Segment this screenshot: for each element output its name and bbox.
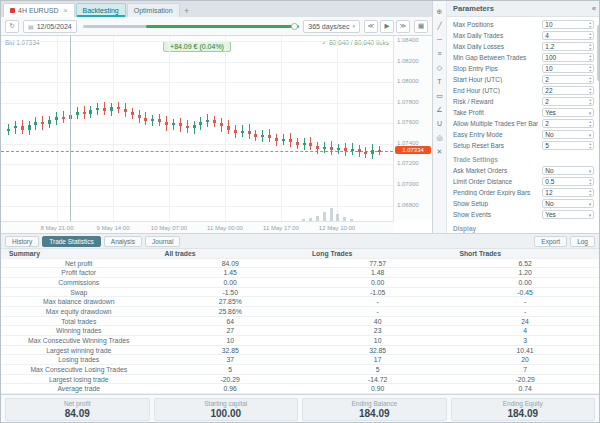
parameter-stepper[interactable]: 1.2▴▾ [542,42,594,51]
restart-button[interactable]: ↻ [5,20,19,33]
price-tick-label: 1.07800 [397,99,419,105]
candle [364,152,367,154]
tab-4h-eurusd[interactable]: 4H EURUSD× [3,3,75,17]
stepper-down-icon[interactable]: ▾ [589,146,591,150]
text-tool-icon[interactable]: T [434,76,445,87]
stepper-down-icon[interactable]: ▾ [589,25,591,29]
table-cell: 17 [304,356,451,363]
crosshair-icon[interactable]: ⊕ [434,6,445,17]
step-back-button[interactable]: ≪ [364,20,378,33]
parameter-row: Start Hour (UTC)2▴▾ [453,74,594,85]
step-forward-button[interactable]: ≫ [396,20,410,33]
rectangle-icon[interactable]: ▭ [434,90,445,101]
shapes-icon[interactable]: ◇ [434,62,445,73]
parameter-stepper[interactable]: 5▴▾ [542,141,594,150]
results-button-export[interactable]: Export [534,236,567,247]
stepper-down-icon[interactable]: ▾ [589,193,591,197]
chart-area[interactable]: Bid 1.07334 ✓ 80,640 / 80,640 ticks +84.… [1,36,432,233]
results-button-log[interactable]: Log [570,236,595,247]
parameter-stepper[interactable]: 4▴▾ [542,31,594,40]
chart-plot[interactable]: Bid 1.07334 ✓ 80,640 / 80,640 ticks +84.… [1,36,394,221]
table-cell: 20 [451,356,598,363]
stepper-down-icon[interactable]: ▾ [589,58,591,62]
parameter-row: Ask Market OrdersNo▾ [453,165,594,176]
slider-handle[interactable] [291,23,298,30]
parameter-select[interactable]: No▾ [542,166,594,175]
measure-icon[interactable]: ∠ [434,104,445,115]
results-tab-journal[interactable]: Journal [145,236,180,247]
fibonacci-icon[interactable]: ≡ [434,48,445,59]
candle [241,131,244,133]
parameter-select[interactable]: Yes▾ [542,210,594,219]
parameter-stepper[interactable]: 2▴▾ [542,119,594,128]
parameter-stepper[interactable]: 2▴▾ [542,97,594,106]
candle [282,139,285,141]
parameter-label: Setup Reset Bars [453,142,538,149]
parameter-select[interactable]: Yes▾ [542,108,594,117]
parameter-row: Max Daily Losses1.2▴▾ [453,41,594,52]
row-label: Losing trades [1,356,156,363]
parameter-value: 4 [545,32,549,39]
trendline-icon[interactable]: ╱ [434,20,445,31]
time-axis[interactable]: 8 May 21:009 May 14:0010 May 07:0011 May… [1,221,394,233]
parameter-row: Easy Entry ModeNo▾ [453,129,594,140]
results-panel: HistoryTrade StatisticsAnalysisJournalEx… [1,233,599,394]
tab-backtesting[interactable]: Backtesting [76,3,126,17]
results-tab-analysis[interactable]: Analysis [104,236,142,247]
collapse-icon[interactable]: « [592,4,596,13]
stepper-down-icon[interactable]: ▾ [589,36,591,40]
candle [89,110,92,114]
parameter-label: Start Hour (UTC) [453,76,538,83]
table-row: Profit factor1.451.481.20 [1,268,599,278]
table-cell: 23 [304,327,451,334]
parameter-select[interactable]: No▾ [542,199,594,208]
table-cell: 10 [304,337,451,344]
stepper-arrows: ▴▾ [589,98,591,105]
magnet-icon[interactable]: U [434,118,445,129]
price-axis[interactable]: 1.084001.082001.080001.078001.076001.074… [394,36,432,221]
row-label: Profit factor [1,269,156,276]
close-icon[interactable]: × [63,7,67,14]
chevron-down-icon: ▾ [589,201,592,207]
parameter-stepper[interactable]: 100▴▾ [542,53,594,62]
stepper-arrows: ▴▾ [589,87,591,94]
horizontal-line-icon[interactable]: ─ [434,34,445,45]
stepper-down-icon[interactable]: ▾ [589,80,591,84]
gridline [169,36,170,221]
stepper-down-icon[interactable]: ▾ [589,47,591,51]
table-cell: - [451,298,598,305]
candle [48,120,51,124]
candle [21,126,24,129]
tab-optimisation[interactable]: Optimisation [127,3,180,17]
stepper-down-icon[interactable]: ▾ [589,102,591,106]
parameter-stepper[interactable]: 22▴▾ [542,86,594,95]
new-tab-button[interactable]: + [181,4,193,17]
parameter-label: Take Profit [453,109,538,116]
speed-select[interactable]: 365 days/sec ▾ [303,20,360,33]
parameter-stepper[interactable]: 0.5▴▾ [542,177,594,186]
parameter-select[interactable]: No▾ [542,130,594,139]
progress-slider[interactable] [81,20,300,33]
layout-toggle-button[interactable]: ▦ [414,20,428,33]
play-button[interactable]: ▶ [380,20,394,33]
parameter-stepper[interactable]: 10▴▾ [542,64,594,73]
visibility-icon[interactable]: ◎ [434,132,445,143]
parameter-stepper[interactable]: 2▴▾ [542,75,594,84]
stepper-down-icon[interactable]: ▾ [589,182,591,186]
row-label: Largest winning trade [1,347,156,354]
stepper-down-icon[interactable]: ▾ [589,69,591,73]
chevron-down-icon: ▾ [589,132,592,138]
table-row: Max Consecutive Losing Trades557 [1,365,599,375]
delete-icon[interactable]: ✕ [434,146,445,157]
stepper-arrows: ▴▾ [589,142,591,149]
row-label: Total trades [1,318,156,325]
date-input[interactable]: ▤ 12/05/2024 [23,20,77,33]
gridline [1,164,393,165]
stepper-down-icon[interactable]: ▾ [589,124,591,128]
parameter-stepper[interactable]: 10▴▾ [542,20,594,29]
results-tab-history[interactable]: History [5,236,39,247]
results-tab-trade-statistics[interactable]: Trade Statistics [42,236,101,247]
stepper-down-icon[interactable]: ▾ [589,91,591,95]
parameter-stepper[interactable]: 12▴▾ [542,188,594,197]
table-row: Losing trades371720 [1,355,599,365]
